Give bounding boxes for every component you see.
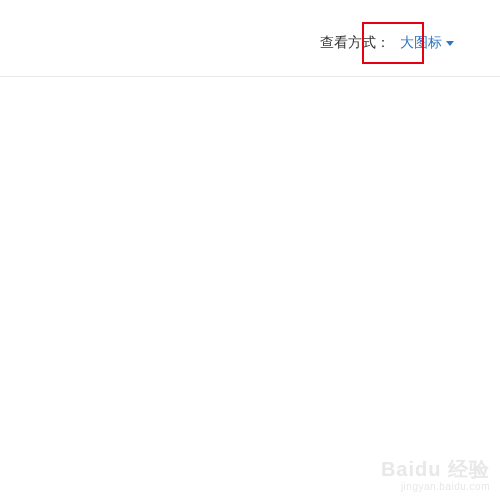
content-area xyxy=(0,77,500,497)
toolbar: 查看方式： 大图标 xyxy=(0,0,500,77)
chevron-down-icon xyxy=(446,41,454,46)
watermark-url: jingyan.baidu.com xyxy=(381,481,490,492)
watermark: Baidu 经验 jingyan.baidu.com xyxy=(381,459,490,492)
view-mode-value: 大图标 xyxy=(400,34,442,52)
watermark-brand: Baidu 经验 xyxy=(381,459,490,479)
view-mode-label: 查看方式： xyxy=(320,34,390,52)
view-mode-dropdown[interactable]: 大图标 xyxy=(392,28,462,58)
